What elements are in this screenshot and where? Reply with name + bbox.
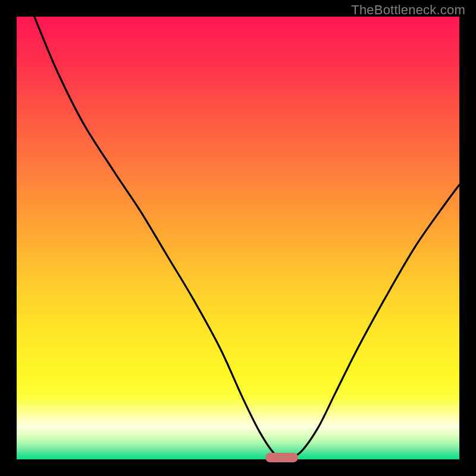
plot-background <box>17 17 459 459</box>
chart-frame: TheBottleneck.com <box>0 0 476 476</box>
optimal-marker <box>265 453 298 462</box>
plot-area <box>17 17 459 459</box>
source-watermark: TheBottleneck.com <box>351 2 465 18</box>
chart-svg <box>17 17 459 459</box>
